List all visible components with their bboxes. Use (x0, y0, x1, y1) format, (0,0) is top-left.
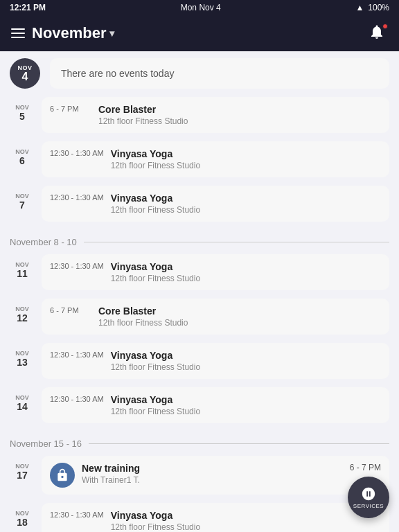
event-row[interactable]: NOV 5 6 - 7 PM Core Blaster 12th floor F… (10, 97, 389, 133)
day-section: NOV 12 6 - 7 PM Core Blaster 12th floor … (0, 297, 399, 342)
day-section: NOV 13 12:30 - 1:30 AM Vinyasa Yoga 12th… (0, 342, 399, 386)
event-subtitle: 12th floor Fitness Studio (98, 116, 381, 126)
bell-notification-dot (382, 24, 388, 29)
event-info: Vinyasa Yoga 12th floor Fitness Studio (111, 510, 381, 532)
event-day-num: 6 (10, 155, 35, 166)
event-day-col: NOV 5 (10, 97, 35, 122)
event-subtitle: 12th floor Fitness Studio (111, 161, 381, 170)
divider-line (84, 242, 389, 242)
section-divider: November 15 - 16 (0, 430, 399, 454)
event-day-num: 17 (10, 470, 35, 481)
event-title: Core Blaster (98, 104, 381, 115)
event-row[interactable]: NOV 12 6 - 7 PM Core Blaster 12th floor … (10, 299, 389, 335)
event-row[interactable]: NOV 6 12:30 - 1:30 AM Vinyasa Yoga 12th … (10, 141, 389, 177)
event-card: 12:30 - 1:30 AM Vinyasa Yoga 12th floor … (42, 387, 389, 423)
no-events-text: There are no events today (61, 68, 174, 79)
event-subtitle: With Trainer1 T. (82, 475, 343, 485)
event-card: 12:30 - 1:30 AM Vinyasa Yoga 12th floor … (42, 141, 389, 177)
event-row[interactable]: NOV 11 12:30 - 1:30 AM Vinyasa Yoga 12th… (10, 254, 389, 290)
event-time: 6 - 7 PM (50, 104, 91, 113)
event-info: Vinyasa Yoga 12th floor Fitness Studio (111, 148, 381, 170)
event-title: Vinyasa Yoga (111, 148, 381, 159)
header: November ▾ (0, 15, 399, 51)
bell-button[interactable] (369, 24, 388, 43)
status-right: ▲ 100% (355, 3, 389, 12)
event-month-label: NOV (10, 305, 35, 312)
event-card: 6 - 7 PM Core Blaster 12th floor Fitness… (42, 97, 389, 133)
month-title: November (32, 24, 107, 42)
event-day-num: 5 (10, 111, 35, 122)
status-bar: 12:21 PM Mon Nov 4 ▲ 100% (0, 0, 399, 15)
day-section: NOV 18 12:30 - 1:30 AM Vinyasa Yoga 12th… (0, 502, 399, 532)
event-title: Vinyasa Yoga (111, 193, 381, 204)
today-day: 4 (22, 71, 28, 82)
divider-label: November 15 - 16 (10, 438, 82, 449)
event-month-label: NOV (10, 261, 35, 268)
event-day-col: NOV 7 (10, 186, 35, 211)
event-card: 12:30 - 1:30 AM Vinyasa Yoga 12th floor … (42, 503, 389, 532)
event-month-label: NOV (10, 104, 35, 111)
event-row[interactable]: NOV 13 12:30 - 1:30 AM Vinyasa Yoga 12th… (10, 343, 389, 379)
today-date-circle: NOV 4 (10, 58, 40, 89)
event-time: 12:30 - 1:30 AM (50, 394, 104, 403)
event-time: 12:30 - 1:30 AM (50, 148, 104, 157)
event-time: 6 - 7 PM (50, 305, 91, 314)
event-day-col: NOV 14 (10, 387, 35, 412)
event-title: Core Blaster (98, 305, 381, 317)
day-section: NOV 11 12:30 - 1:30 AM Vinyasa Yoga 12th… (0, 253, 399, 297)
event-time: 12:30 - 1:30 AM (50, 350, 104, 359)
event-day-num: 7 (10, 200, 35, 211)
event-card: 6 - 7 PM Core Blaster 12th floor Fitness… (42, 299, 389, 335)
day-section: NOV 5 6 - 7 PM Core Blaster 12th floor F… (0, 96, 399, 140)
event-subtitle: 12th floor Fitness Studio (111, 407, 381, 416)
event-day-col: NOV 13 (10, 343, 35, 368)
event-month-label: NOV (10, 350, 35, 357)
event-day-col: NOV 12 (10, 299, 35, 323)
event-time-right: 6 - 7 PM (350, 463, 381, 472)
events-container: NOV 5 6 - 7 PM Core Blaster 12th floor F… (0, 96, 399, 532)
event-subtitle: 12th floor Fitness Studio (111, 362, 381, 372)
content-scroll[interactable]: NOV 4 There are no events today NOV 5 6 … (0, 51, 399, 532)
event-day-col: NOV 11 (10, 254, 35, 279)
event-card: 12:30 - 1:30 AM Vinyasa Yoga 12th floor … (42, 254, 389, 290)
event-subtitle: 12th floor Fitness Studio (111, 274, 381, 283)
event-card: 12:30 - 1:30 AM Vinyasa Yoga 12th floor … (42, 186, 389, 222)
event-card: New training With Trainer1 T. 6 - 7 PM (42, 456, 389, 495)
event-subtitle: 12th floor Fitness Studio (98, 318, 381, 328)
trainer-avatar (50, 463, 75, 488)
event-month-label: NOV (10, 463, 35, 470)
event-info: New training With Trainer1 T. (82, 463, 343, 485)
services-icon (361, 486, 376, 502)
menu-button[interactable] (11, 28, 25, 38)
event-row[interactable]: NOV 18 12:30 - 1:30 AM Vinyasa Yoga 12th… (10, 503, 389, 532)
services-fab[interactable]: SERVICES (348, 477, 389, 518)
event-info: Core Blaster 12th floor Fitness Studio (98, 305, 381, 328)
divider-line (89, 443, 389, 444)
event-subtitle: 12th floor Fitness Studio (111, 522, 381, 532)
header-title[interactable]: November ▾ (32, 24, 114, 42)
event-subtitle: 12th floor Fitness Studio (111, 205, 381, 215)
status-time: 12:21 PM (10, 3, 46, 12)
day-section: NOV 6 12:30 - 1:30 AM Vinyasa Yoga 12th … (0, 140, 399, 184)
event-day-col: NOV 17 (10, 456, 35, 481)
event-title: New training (82, 463, 343, 474)
event-row[interactable]: NOV 17 New training With Trainer1 T. 6 -… (10, 456, 389, 495)
event-row[interactable]: NOV 14 12:30 - 1:30 AM Vinyasa Yoga 12th… (10, 387, 389, 423)
event-month-label: NOV (10, 510, 35, 517)
event-row[interactable]: NOV 7 12:30 - 1:30 AM Vinyasa Yoga 12th … (10, 186, 389, 222)
today-row: NOV 4 There are no events today (0, 51, 399, 96)
event-day-num: 11 (10, 268, 35, 279)
event-info: Vinyasa Yoga 12th floor Fitness Studio (111, 193, 381, 215)
event-info: Core Blaster 12th floor Fitness Studio (98, 104, 381, 126)
event-month-label: NOV (10, 148, 35, 155)
fab-label: SERVICES (353, 503, 384, 509)
event-day-num: 13 (10, 357, 35, 368)
no-events-card: There are no events today (50, 58, 389, 89)
wifi-icon: ▲ (355, 3, 364, 12)
event-day-col: NOV 6 (10, 141, 35, 166)
event-info: Vinyasa Yoga 12th floor Fitness Studio (111, 261, 381, 283)
event-card: 12:30 - 1:30 AM Vinyasa Yoga 12th floor … (42, 343, 389, 379)
event-month-label: NOV (10, 193, 35, 200)
event-title: Vinyasa Yoga (111, 350, 381, 361)
event-title: Vinyasa Yoga (111, 261, 381, 272)
